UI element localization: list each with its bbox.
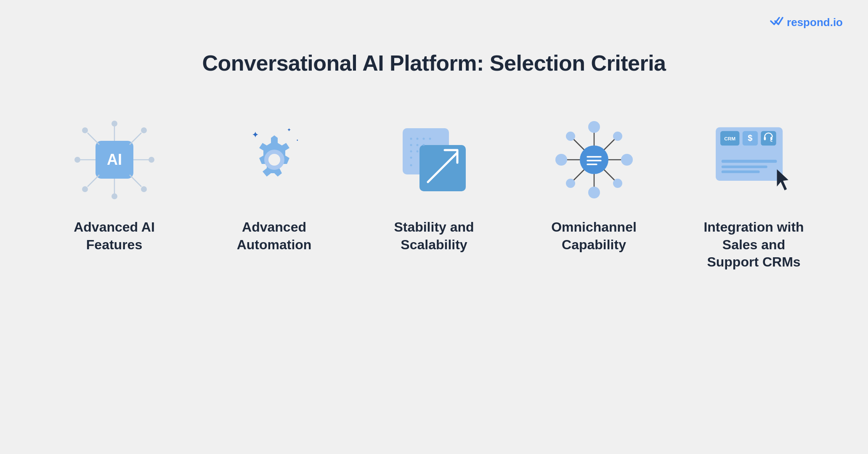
svg-point-50 — [613, 132, 622, 141]
svg-point-22 — [268, 154, 280, 166]
svg-rect-66 — [764, 137, 766, 140]
svg-point-9 — [149, 157, 154, 163]
svg-point-35 — [429, 138, 431, 140]
cards-container: AI — [13, 118, 855, 271]
advanced-ai-icon: AI — [72, 118, 157, 202]
svg-text:$: $ — [748, 133, 752, 143]
svg-point-30 — [416, 150, 418, 153]
svg-point-11 — [82, 127, 88, 133]
svg-text:•: • — [297, 138, 298, 143]
svg-rect-60 — [721, 170, 759, 173]
integration-icon: CRM $ — [712, 118, 796, 202]
card-integration: CRM $ Integration withSales andSupport C… — [687, 118, 821, 271]
svg-point-5 — [111, 193, 117, 199]
svg-point-13 — [141, 127, 147, 133]
svg-line-14 — [88, 175, 99, 187]
svg-text:CRM: CRM — [724, 136, 735, 142]
svg-text:✦: ✦ — [252, 131, 258, 139]
svg-point-34 — [422, 138, 425, 140]
svg-point-15 — [82, 186, 88, 192]
svg-line-16 — [130, 175, 141, 187]
svg-point-28 — [422, 144, 425, 146]
advanced-ai-label: Advanced AIFeatures — [74, 219, 155, 253]
svg-point-3 — [111, 121, 117, 127]
svg-point-31 — [410, 157, 412, 159]
advanced-automation-icon: ✦ ✦ • — [232, 118, 316, 202]
card-stability-scalability: Stability andScalability — [367, 118, 502, 253]
omnichannel-icon — [552, 118, 636, 202]
svg-point-48 — [621, 154, 633, 166]
svg-line-10 — [88, 133, 99, 145]
logo: respond.io — [770, 15, 843, 30]
svg-text:AI: AI — [107, 151, 122, 168]
card-advanced-ai: AI — [47, 118, 182, 253]
svg-point-17 — [141, 186, 147, 192]
svg-point-33 — [416, 138, 418, 140]
svg-point-7 — [74, 157, 80, 163]
advanced-automation-label: AdvancedAutomation — [237, 219, 312, 253]
svg-line-12 — [130, 133, 141, 145]
svg-point-46 — [588, 187, 600, 198]
svg-point-49 — [566, 132, 575, 141]
svg-rect-59 — [721, 166, 767, 168]
svg-point-53 — [580, 145, 608, 174]
svg-rect-67 — [770, 137, 772, 140]
svg-point-47 — [555, 154, 567, 166]
stability-scalability-icon — [392, 118, 476, 202]
card-advanced-automation: ✦ ✦ • AdvancedAutomation — [207, 118, 342, 253]
card-omnichannel: OmnichannelCapability — [527, 118, 661, 253]
logo-check-icon — [770, 15, 783, 30]
svg-point-32 — [410, 138, 412, 140]
omnichannel-label: OmnichannelCapability — [551, 219, 637, 253]
svg-point-51 — [566, 179, 575, 188]
svg-point-52 — [613, 179, 622, 188]
svg-point-45 — [588, 121, 600, 133]
svg-point-26 — [410, 144, 412, 146]
svg-point-27 — [416, 144, 418, 146]
svg-rect-58 — [721, 160, 777, 163]
integration-label: Integration withSales andSupport CRMs — [703, 219, 804, 271]
logo-text: respond.io — [787, 16, 843, 29]
page-title: Conversational AI Platform: Selection Cr… — [202, 50, 666, 76]
svg-point-29 — [410, 150, 412, 153]
stability-scalability-label: Stability andScalability — [394, 219, 474, 253]
svg-point-36 — [410, 164, 412, 166]
svg-text:✦: ✦ — [287, 127, 291, 133]
